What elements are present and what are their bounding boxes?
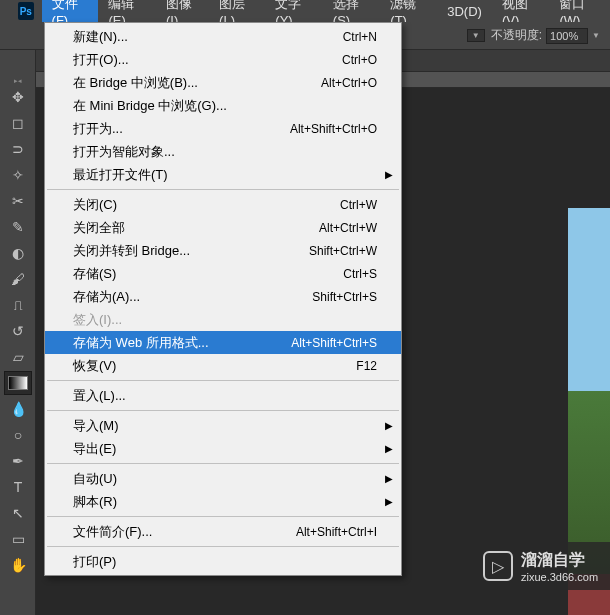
menu-item-shortcut: Alt+Ctrl+O: [321, 76, 377, 90]
menu-separator: [47, 410, 399, 411]
menu-item[interactable]: 关闭并转到 Bridge...Shift+Ctrl+W: [45, 239, 401, 262]
menu-item[interactable]: 关闭全部Alt+Ctrl+W: [45, 216, 401, 239]
menu-item[interactable]: 存储为 Web 所用格式...Alt+Shift+Ctrl+S: [45, 331, 401, 354]
menu-item-label: 自动(U): [73, 470, 377, 488]
menu-type[interactable]: 文字(Y): [265, 0, 323, 22]
eraser-tool-icon[interactable]: ▱: [4, 345, 32, 369]
menu-item-shortcut: Shift+Ctrl+S: [312, 290, 377, 304]
menu-item-label: 恢复(V): [73, 357, 356, 375]
menu-image[interactable]: 图像(I): [156, 0, 209, 22]
brush-tool-icon[interactable]: 🖌: [4, 267, 32, 291]
menu-filter[interactable]: 滤镜(T): [380, 0, 437, 22]
menu-item: 签入(I)...: [45, 308, 401, 331]
menu-item-label: 导入(M): [73, 417, 377, 435]
opacity-label: 不透明度:: [491, 27, 542, 44]
menu-item[interactable]: 最近打开文件(T)▶: [45, 163, 401, 186]
menu-item-label: 存储为 Web 所用格式...: [73, 334, 291, 352]
menu-separator: [47, 463, 399, 464]
toolbox-handle[interactable]: ▸◂: [0, 78, 35, 84]
opacity-input[interactable]: 100%: [546, 28, 588, 44]
menu-item[interactable]: 置入(L)...: [45, 384, 401, 407]
menu-item-label: 新建(N)...: [73, 28, 343, 46]
menu-item-label: 打开为...: [73, 120, 290, 138]
menu-item[interactable]: 存储为(A)...Shift+Ctrl+S: [45, 285, 401, 308]
history-brush-tool-icon[interactable]: ↺: [4, 319, 32, 343]
menu-file[interactable]: 文件(F): [42, 0, 99, 22]
pen-tool-icon[interactable]: ✒: [4, 449, 32, 473]
path-tool-icon[interactable]: ↖: [4, 501, 32, 525]
healing-tool-icon[interactable]: ◐: [4, 241, 32, 265]
lasso-tool-icon[interactable]: ⊃: [4, 137, 32, 161]
menu-separator: [47, 546, 399, 547]
menu-item-shortcut: Ctrl+O: [342, 53, 377, 67]
stamp-tool-icon[interactable]: ⎍: [4, 293, 32, 317]
move-tool-icon[interactable]: ✥: [4, 85, 32, 109]
shape-tool-icon[interactable]: ▭: [4, 527, 32, 551]
play-icon: ▷: [483, 551, 513, 581]
app-logo: Ps: [18, 2, 34, 20]
menu-item[interactable]: 新建(N)...Ctrl+N: [45, 25, 401, 48]
marquee-tool-icon[interactable]: ◻: [4, 111, 32, 135]
submenu-arrow-icon: ▶: [385, 443, 393, 454]
menu-separator: [47, 189, 399, 190]
chevron-down-icon: ▼: [472, 31, 480, 40]
menu-item-label: 签入(I)...: [73, 311, 377, 329]
menu-item-label: 关闭全部: [73, 219, 319, 237]
menu-item-label: 最近打开文件(T): [73, 166, 377, 184]
hand-tool-icon[interactable]: ✋: [4, 553, 32, 577]
crop-tool-icon[interactable]: ✂: [4, 189, 32, 213]
menu-edit[interactable]: 编辑(E): [98, 0, 156, 22]
menu-item-label: 打印(P): [73, 553, 377, 571]
menu-item-label: 存储(S): [73, 265, 343, 283]
menu-item[interactable]: 自动(U)▶: [45, 467, 401, 490]
menu-item[interactable]: 恢复(V)F12: [45, 354, 401, 377]
menu-item-label: 在 Bridge 中浏览(B)...: [73, 74, 321, 92]
gradient-tool-icon[interactable]: [4, 371, 32, 395]
mode-dropdown[interactable]: ▼: [467, 29, 485, 42]
menu-item-shortcut: Ctrl+S: [343, 267, 377, 281]
menu-item-shortcut: Ctrl+N: [343, 30, 377, 44]
menu-item[interactable]: 关闭(C)Ctrl+W: [45, 193, 401, 216]
menu-item-shortcut: Alt+Ctrl+W: [319, 221, 377, 235]
menu-select[interactable]: 选择(S): [323, 0, 381, 22]
eyedropper-tool-icon[interactable]: ✎: [4, 215, 32, 239]
blur-tool-icon[interactable]: 💧: [4, 397, 32, 421]
menu-item[interactable]: 打开(O)...Ctrl+O: [45, 48, 401, 71]
dodge-tool-icon[interactable]: ○: [4, 423, 32, 447]
menu-item-shortcut: Alt+Shift+Ctrl+S: [291, 336, 377, 350]
menu-item[interactable]: 文件简介(F)...Alt+Shift+Ctrl+I: [45, 520, 401, 543]
menu-item[interactable]: 存储(S)Ctrl+S: [45, 262, 401, 285]
menu-item[interactable]: 导出(E)▶: [45, 437, 401, 460]
menu-item[interactable]: 打开为...Alt+Shift+Ctrl+O: [45, 117, 401, 140]
wand-tool-icon[interactable]: ✧: [4, 163, 32, 187]
menu-item[interactable]: 在 Mini Bridge 中浏览(G)...: [45, 94, 401, 117]
menu-item[interactable]: 导入(M)▶: [45, 414, 401, 437]
menu-3d[interactable]: 3D(D): [437, 0, 492, 22]
menu-item[interactable]: 打开为智能对象...: [45, 140, 401, 163]
type-tool-icon[interactable]: T: [4, 475, 32, 499]
submenu-arrow-icon: ▶: [385, 496, 393, 507]
submenu-arrow-icon: ▶: [385, 420, 393, 431]
watermark-url: zixue.3d66.com: [521, 571, 598, 583]
chevron-down-icon[interactable]: ▼: [592, 31, 600, 40]
menu-item-label: 关闭并转到 Bridge...: [73, 242, 309, 260]
menu-item-label: 导出(E): [73, 440, 377, 458]
opacity-control: 不透明度: 100% ▼: [491, 27, 600, 44]
menu-layer[interactable]: 图层(L): [209, 0, 265, 22]
menu-item-label: 文件简介(F)...: [73, 523, 296, 541]
menubar: Ps 文件(F) 编辑(E) 图像(I) 图层(L) 文字(Y) 选择(S) 滤…: [0, 0, 610, 22]
watermark-title: 溜溜自学: [521, 550, 598, 571]
menu-item-shortcut: Alt+Shift+Ctrl+O: [290, 122, 377, 136]
menu-item-label: 打开(O)...: [73, 51, 342, 69]
menu-item-label: 在 Mini Bridge 中浏览(G)...: [73, 97, 377, 115]
file-dropdown-menu: 新建(N)...Ctrl+N打开(O)...Ctrl+O在 Bridge 中浏览…: [44, 22, 402, 576]
menu-item-shortcut: Shift+Ctrl+W: [309, 244, 377, 258]
menu-item[interactable]: 打印(P): [45, 550, 401, 573]
menu-item[interactable]: 脚本(R)▶: [45, 490, 401, 513]
watermark: ▷ 溜溜自学 zixue.3d66.com: [475, 542, 610, 590]
menu-item[interactable]: 在 Bridge 中浏览(B)...Alt+Ctrl+O: [45, 71, 401, 94]
menu-item-shortcut: F12: [356, 359, 377, 373]
menu-view[interactable]: 视图(V): [492, 0, 550, 22]
toolbox: ▸◂ ✥ ◻ ⊃ ✧ ✂ ✎ ◐ 🖌 ⎍ ↺ ▱ 💧 ○ ✒ T ↖ ▭ ✋: [0, 50, 36, 615]
menu-window[interactable]: 窗口(W): [549, 0, 610, 22]
